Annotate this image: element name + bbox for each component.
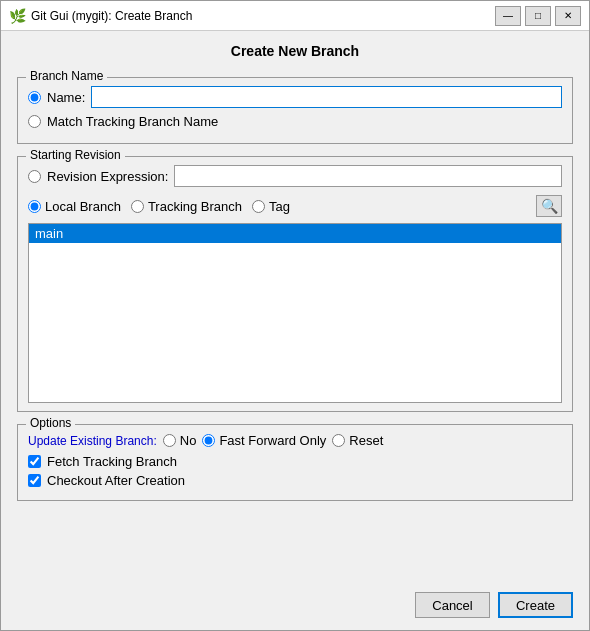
reset-label[interactable]: Reset <box>349 433 383 448</box>
branch-name-section: Branch Name Name: Match Tracking Branch … <box>17 77 573 144</box>
name-radio-label[interactable]: Name: <box>47 90 85 105</box>
reset-option: Reset <box>332 433 383 448</box>
local-branch-label[interactable]: Local Branch <box>45 199 121 214</box>
close-button[interactable]: ✕ <box>555 6 581 26</box>
dialog-title: Create New Branch <box>1 31 589 69</box>
main-window: 🌿 Git Gui (mygit): Create Branch — □ ✕ C… <box>0 0 590 631</box>
revision-expr-row: Revision Expression: <box>28 165 562 187</box>
branch-name-section-label: Branch Name <box>26 69 107 83</box>
starting-revision-label: Starting Revision <box>26 148 125 162</box>
title-bar-text: Git Gui (mygit): Create Branch <box>31 9 192 23</box>
fast-forward-radio[interactable] <box>202 434 215 447</box>
no-radio[interactable] <box>163 434 176 447</box>
maximize-button[interactable]: □ <box>525 6 551 26</box>
checkout-label[interactable]: Checkout After Creation <box>47 473 185 488</box>
reset-radio[interactable] <box>332 434 345 447</box>
tag-option: Tag <box>252 199 290 214</box>
fast-forward-label[interactable]: Fast Forward Only <box>219 433 326 448</box>
no-option: No <box>163 433 197 448</box>
options-section: Options Update Existing Branch: No Fast … <box>17 424 573 501</box>
title-bar-controls: — □ ✕ <box>495 6 581 26</box>
title-bar: 🌿 Git Gui (mygit): Create Branch — □ ✕ <box>1 1 589 31</box>
list-item[interactable]: main <box>29 224 561 243</box>
content-area: Branch Name Name: Match Tracking Branch … <box>1 69 589 584</box>
no-label[interactable]: No <box>180 433 197 448</box>
tracking-branch-label[interactable]: Tracking Branch <box>148 199 242 214</box>
update-branch-row: Update Existing Branch: No Fast Forward … <box>28 433 562 448</box>
name-input[interactable] <box>91 86 562 108</box>
branch-type-row: Local Branch Tracking Branch Tag 🔍 <box>28 195 562 217</box>
starting-revision-section: Starting Revision Revision Expression: L… <box>17 156 573 412</box>
checkout-checkbox[interactable] <box>28 474 41 487</box>
revision-expr-input[interactable] <box>174 165 562 187</box>
title-bar-left: 🌿 Git Gui (mygit): Create Branch <box>9 8 192 24</box>
button-bar: Cancel Create <box>1 584 589 630</box>
local-branch-radio[interactable] <box>28 200 41 213</box>
options-section-label: Options <box>26 416 75 430</box>
match-tracking-row: Match Tracking Branch Name <box>28 114 562 129</box>
name-radio-row: Name: <box>28 86 562 108</box>
revision-expr-label[interactable]: Revision Expression: <box>47 169 168 184</box>
match-tracking-radio[interactable] <box>28 115 41 128</box>
app-icon: 🌿 <box>9 8 25 24</box>
fetch-tracking-row: Fetch Tracking Branch <box>28 454 562 469</box>
checkout-row: Checkout After Creation <box>28 473 562 488</box>
update-existing-label: Update Existing Branch: <box>28 434 157 448</box>
match-tracking-label[interactable]: Match Tracking Branch Name <box>47 114 218 129</box>
fast-forward-option: Fast Forward Only <box>202 433 326 448</box>
create-button[interactable]: Create <box>498 592 573 618</box>
branch-list[interactable]: main <box>28 223 562 403</box>
fetch-tracking-checkbox[interactable] <box>28 455 41 468</box>
fetch-button[interactable]: 🔍 <box>536 195 562 217</box>
tag-label[interactable]: Tag <box>269 199 290 214</box>
revision-expr-radio[interactable] <box>28 170 41 183</box>
tag-radio[interactable] <box>252 200 265 213</box>
minimize-button[interactable]: — <box>495 6 521 26</box>
local-branch-option: Local Branch <box>28 199 121 214</box>
name-radio[interactable] <box>28 91 41 104</box>
cancel-button[interactable]: Cancel <box>415 592 490 618</box>
tracking-branch-radio[interactable] <box>131 200 144 213</box>
tracking-branch-option: Tracking Branch <box>131 199 242 214</box>
fetch-tracking-label[interactable]: Fetch Tracking Branch <box>47 454 177 469</box>
